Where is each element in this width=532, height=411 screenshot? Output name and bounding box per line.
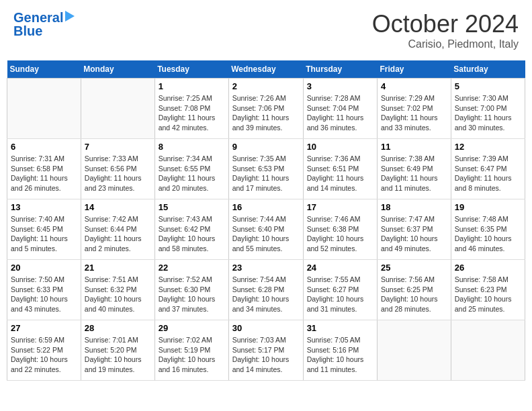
day-info: Sunrise: 7:39 AM Sunset: 6:47 PM Dayligh… bbox=[455, 154, 521, 193]
title-block: October 2024 Carisio, Piedmont, Italy bbox=[372, 10, 519, 50]
logo-arrow-icon bbox=[65, 11, 75, 21]
day-number: 2 bbox=[232, 81, 300, 91]
day-info: Sunrise: 7:36 AM Sunset: 6:51 PM Dayligh… bbox=[307, 154, 373, 193]
day-number: 1 bbox=[159, 81, 225, 91]
logo-blue: Blue bbox=[13, 24, 75, 38]
page-header: General Blue October 2024 Carisio, Piedm… bbox=[7, 7, 525, 54]
calendar-cell: 11Sunrise: 7:38 AM Sunset: 6:49 PM Dayli… bbox=[377, 139, 451, 199]
location: Carisio, Piedmont, Italy bbox=[372, 38, 519, 50]
day-info: Sunrise: 7:56 AM Sunset: 6:25 PM Dayligh… bbox=[381, 275, 447, 314]
day-info: Sunrise: 7:26 AM Sunset: 7:06 PM Dayligh… bbox=[232, 93, 300, 133]
day-info: Sunrise: 7:31 AM Sunset: 6:58 PM Dayligh… bbox=[11, 154, 77, 193]
calendar-cell: 30Sunrise: 7:03 AM Sunset: 5:17 PM Dayli… bbox=[228, 320, 303, 381]
header-tuesday: Tuesday bbox=[154, 60, 228, 79]
day-info: Sunrise: 7:35 AM Sunset: 6:53 PM Dayligh… bbox=[232, 154, 300, 193]
calendar-cell: 24Sunrise: 7:55 AM Sunset: 6:27 PM Dayli… bbox=[303, 260, 377, 320]
calendar-week-2: 6Sunrise: 7:31 AM Sunset: 6:58 PM Daylig… bbox=[7, 139, 525, 199]
day-number: 22 bbox=[159, 263, 225, 273]
day-info: Sunrise: 7:30 AM Sunset: 7:00 PM Dayligh… bbox=[455, 93, 521, 133]
logo-general: General bbox=[13, 10, 63, 25]
calendar-cell: 14Sunrise: 7:42 AM Sunset: 6:44 PM Dayli… bbox=[81, 199, 154, 260]
calendar-cell: 28Sunrise: 7:01 AM Sunset: 5:20 PM Dayli… bbox=[81, 320, 154, 381]
day-number: 8 bbox=[159, 142, 225, 152]
calendar-cell: 3Sunrise: 7:28 AM Sunset: 7:04 PM Daylig… bbox=[303, 79, 377, 139]
calendar-cell: 8Sunrise: 7:34 AM Sunset: 6:55 PM Daylig… bbox=[154, 139, 228, 199]
day-number: 11 bbox=[381, 142, 447, 152]
day-number: 10 bbox=[307, 142, 373, 152]
day-number: 31 bbox=[307, 323, 373, 333]
calendar-cell: 7Sunrise: 7:33 AM Sunset: 6:56 PM Daylig… bbox=[81, 139, 154, 199]
calendar-cell: 2Sunrise: 7:26 AM Sunset: 7:06 PM Daylig… bbox=[228, 79, 303, 139]
calendar-cell: 31Sunrise: 7:05 AM Sunset: 5:16 PM Dayli… bbox=[303, 320, 377, 381]
calendar-cell: 12Sunrise: 7:39 AM Sunset: 6:47 PM Dayli… bbox=[451, 139, 525, 199]
calendar-cell: 29Sunrise: 7:02 AM Sunset: 5:19 PM Dayli… bbox=[154, 320, 228, 381]
day-number: 6 bbox=[11, 142, 77, 152]
day-info: Sunrise: 7:43 AM Sunset: 6:42 PM Dayligh… bbox=[159, 214, 225, 254]
calendar-cell: 27Sunrise: 6:59 AM Sunset: 5:22 PM Dayli… bbox=[7, 320, 81, 381]
day-info: Sunrise: 7:25 AM Sunset: 7:08 PM Dayligh… bbox=[159, 93, 225, 133]
calendar-cell: 9Sunrise: 7:35 AM Sunset: 6:53 PM Daylig… bbox=[228, 139, 303, 199]
calendar-cell bbox=[451, 320, 525, 381]
day-info: Sunrise: 7:05 AM Sunset: 5:16 PM Dayligh… bbox=[307, 335, 373, 375]
calendar-cell: 6Sunrise: 7:31 AM Sunset: 6:58 PM Daylig… bbox=[7, 139, 81, 199]
logo-text: General bbox=[13, 10, 63, 25]
day-info: Sunrise: 7:33 AM Sunset: 6:56 PM Dayligh… bbox=[85, 154, 151, 193]
day-number: 3 bbox=[307, 81, 373, 91]
day-info: Sunrise: 7:34 AM Sunset: 6:55 PM Dayligh… bbox=[159, 154, 225, 193]
calendar-cell: 19Sunrise: 7:48 AM Sunset: 6:35 PM Dayli… bbox=[451, 199, 525, 260]
calendar-cell: 26Sunrise: 7:58 AM Sunset: 6:23 PM Dayli… bbox=[451, 260, 525, 320]
day-info: Sunrise: 7:50 AM Sunset: 6:33 PM Dayligh… bbox=[11, 275, 77, 314]
calendar-week-4: 20Sunrise: 7:50 AM Sunset: 6:33 PM Dayli… bbox=[7, 260, 525, 320]
day-info: Sunrise: 7:03 AM Sunset: 5:17 PM Dayligh… bbox=[232, 335, 300, 375]
calendar-cell: 5Sunrise: 7:30 AM Sunset: 7:00 PM Daylig… bbox=[451, 79, 525, 139]
header-wednesday: Wednesday bbox=[228, 60, 303, 79]
month-title: October 2024 bbox=[372, 10, 519, 38]
day-info: Sunrise: 7:42 AM Sunset: 6:44 PM Dayligh… bbox=[85, 214, 151, 254]
day-number: 21 bbox=[85, 263, 151, 273]
day-number: 26 bbox=[455, 263, 521, 273]
day-number: 28 bbox=[85, 323, 151, 333]
day-number: 4 bbox=[381, 81, 447, 91]
day-number: 13 bbox=[11, 202, 77, 212]
calendar-cell: 13Sunrise: 7:40 AM Sunset: 6:45 PM Dayli… bbox=[7, 199, 81, 260]
calendar-cell bbox=[377, 320, 451, 381]
day-info: Sunrise: 7:51 AM Sunset: 6:32 PM Dayligh… bbox=[85, 275, 151, 314]
day-info: Sunrise: 6:59 AM Sunset: 5:22 PM Dayligh… bbox=[11, 335, 77, 375]
calendar-cell bbox=[7, 79, 81, 139]
calendar-cell: 10Sunrise: 7:36 AM Sunset: 6:51 PM Dayli… bbox=[303, 139, 377, 199]
day-number: 14 bbox=[85, 202, 151, 212]
day-info: Sunrise: 7:44 AM Sunset: 6:40 PM Dayligh… bbox=[232, 214, 300, 254]
day-number: 24 bbox=[307, 263, 373, 273]
day-info: Sunrise: 7:46 AM Sunset: 6:38 PM Dayligh… bbox=[307, 214, 373, 254]
day-number: 16 bbox=[232, 202, 300, 212]
calendar-header-row: SundayMondayTuesdayWednesdayThursdayFrid… bbox=[7, 60, 525, 79]
day-info: Sunrise: 7:01 AM Sunset: 5:20 PM Dayligh… bbox=[85, 335, 151, 375]
header-sunday: Sunday bbox=[7, 60, 81, 79]
day-number: 27 bbox=[11, 323, 77, 333]
day-info: Sunrise: 7:48 AM Sunset: 6:35 PM Dayligh… bbox=[455, 214, 521, 254]
calendar-cell: 18Sunrise: 7:47 AM Sunset: 6:37 PM Dayli… bbox=[377, 199, 451, 260]
day-number: 20 bbox=[11, 263, 77, 273]
day-info: Sunrise: 7:52 AM Sunset: 6:30 PM Dayligh… bbox=[159, 275, 225, 314]
calendar-cell: 17Sunrise: 7:46 AM Sunset: 6:38 PM Dayli… bbox=[303, 199, 377, 260]
calendar-cell: 23Sunrise: 7:54 AM Sunset: 6:28 PM Dayli… bbox=[228, 260, 303, 320]
day-info: Sunrise: 7:55 AM Sunset: 6:27 PM Dayligh… bbox=[307, 275, 373, 314]
calendar-table: SundayMondayTuesdayWednesdayThursdayFrid… bbox=[7, 60, 525, 381]
calendar-cell bbox=[81, 79, 154, 139]
calendar-cell: 4Sunrise: 7:29 AM Sunset: 7:02 PM Daylig… bbox=[377, 79, 451, 139]
day-number: 12 bbox=[455, 142, 521, 152]
header-monday: Monday bbox=[81, 60, 154, 79]
calendar-cell: 22Sunrise: 7:52 AM Sunset: 6:30 PM Dayli… bbox=[154, 260, 228, 320]
day-info: Sunrise: 7:38 AM Sunset: 6:49 PM Dayligh… bbox=[381, 154, 447, 193]
header-saturday: Saturday bbox=[451, 60, 525, 79]
day-info: Sunrise: 7:28 AM Sunset: 7:04 PM Dayligh… bbox=[307, 93, 373, 133]
logo: General Blue bbox=[13, 10, 75, 38]
day-info: Sunrise: 7:47 AM Sunset: 6:37 PM Dayligh… bbox=[381, 214, 447, 254]
day-number: 7 bbox=[85, 142, 151, 152]
day-number: 25 bbox=[381, 263, 447, 273]
day-number: 30 bbox=[232, 323, 300, 333]
day-number: 9 bbox=[232, 142, 300, 152]
day-number: 29 bbox=[159, 323, 225, 333]
header-thursday: Thursday bbox=[303, 60, 377, 79]
day-info: Sunrise: 7:29 AM Sunset: 7:02 PM Dayligh… bbox=[381, 93, 447, 133]
